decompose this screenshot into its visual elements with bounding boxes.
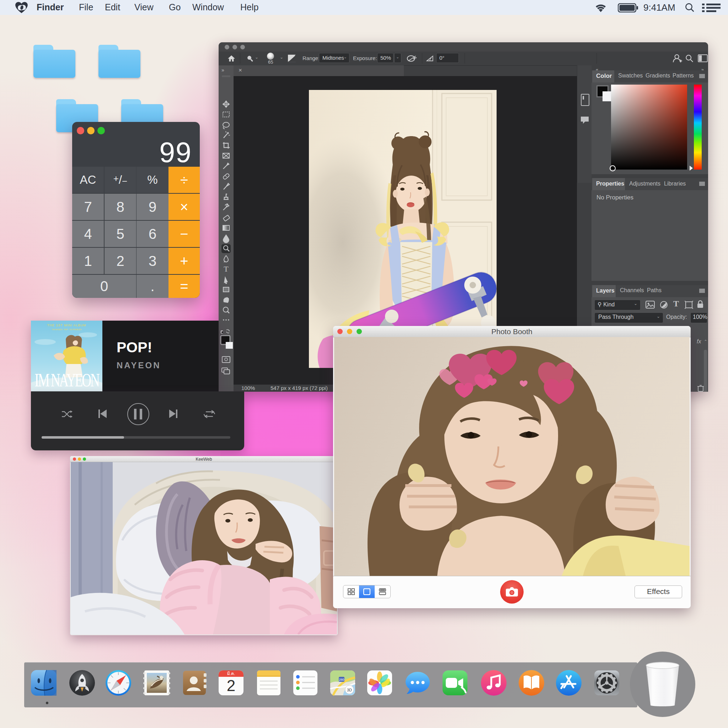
svg-text:3D: 3D xyxy=(347,688,352,692)
svg-text:2: 2 xyxy=(227,677,236,694)
svg-text:280: 280 xyxy=(339,678,344,681)
svg-text:มี.ค.: มี.ค. xyxy=(227,671,236,676)
svg-text:T: T xyxy=(223,265,229,273)
